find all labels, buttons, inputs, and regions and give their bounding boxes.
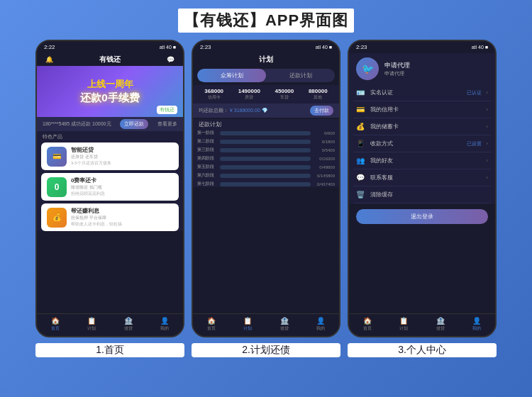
menu-service[interactable]: 💬 联系客服 › [353,169,491,186]
menu-label-service: 联系客服 [370,174,477,181]
credit-card-icon: 💳 [356,106,366,113]
amount-label-other: 其他 [309,94,328,101]
p3-nav-home[interactable]: 🏠 首页 [363,317,372,332]
phone3-bottom-nav: 🏠 首页 📋 计划 🏦 借贷 👤 我的 [349,313,495,336]
menu-badge-real-name: 已认证 [467,89,482,96]
plan-bar-bg-4 [220,157,311,161]
p2-loan-icon: 🏦 [280,317,289,325]
product-name-3: 帮还赚利息 [71,207,173,215]
plan-bar-bg-2 [220,140,311,144]
plan-val-2: 0/1800 [314,140,335,144]
menu-label-debit: 我的储蓄卡 [370,123,477,130]
cache-icon: 🗑️ [356,191,366,198]
total-label: 均还款总额： ¥ 3188000.00 💎 [199,107,268,114]
nav-plan[interactable]: 📋 计划 [87,317,96,332]
p3-nav-mine[interactable]: 👤 我的 [472,317,481,332]
menu-payment[interactable]: 📱 收款方式 已设置 › [353,135,491,152]
caption-1: 1.首页 [35,343,184,357]
plan-stage-3: 第三阶段 [197,147,217,153]
menu-real-name[interactable]: 🪪 实名认证 已认证 › [353,84,491,101]
phone2-amounts: 368000 信用卡 1490000 房贷 450000 车贷 880000 其… [193,85,339,104]
p2-home-icon: 🏠 [207,317,216,325]
phone1-bottom-nav: 🏠 首页 📋 计划 🏦 借贷 👤 我的 [37,313,183,336]
p3-home-icon: 🏠 [363,317,372,325]
plan-stage-2: 第二阶段 [197,138,217,145]
plan-bar-bg-3 [220,148,311,152]
product-item-3[interactable]: 💰 帮还赚利息 担保抵押 平台保障 帮助老人还卡利息，轻松搞 [41,203,179,231]
product-desc2-2: 拒绝花呗花花利息 [71,191,173,197]
nav-loan[interactable]: 🏦 借贷 [124,317,133,332]
plan-val-1: 0/600 [314,131,335,135]
plan-val-4: 0/16200 [314,157,335,161]
friends-icon: 👥 [356,157,366,164]
phone2-total: 均还款总额： ¥ 3188000.00 💎 去付款 [193,104,339,118]
service-icon: 💬 [356,174,366,181]
repay-now-button[interactable]: 立即还款 [120,119,148,129]
plan-val-5: 0/48600 [314,165,335,169]
plan-row-3: 第三阶段 0/5400 [197,147,335,153]
nav-home-label: 首页 [51,325,60,332]
menu-label-credit: 我的信用卡 [370,106,477,113]
nav-home[interactable]: 🏠 首页 [51,317,60,332]
captions-row: 1.首页 2.计划还债 3.个人中心 [0,337,532,357]
go-pay-button[interactable]: 去付款 [310,106,333,116]
tab-repay[interactable]: 还款计划 [266,69,335,82]
nav-mine[interactable]: 👤 我的 [160,317,169,332]
phone3-time: 2:23 [356,44,367,50]
id-icon: 🪪 [356,89,366,96]
phone1-header: 🔔 有钱还 💬 [37,53,183,66]
phone1-bell-icon: 🔔 [45,56,53,63]
banner-logo: 有钱还 [157,106,177,114]
p2-nav-loan[interactable]: 🏦 借贷 [280,317,289,332]
phone1-notify: 180****5485 成功还款 10000元 立即还款 查看更多 [37,117,183,131]
p2-nav-home[interactable]: 🏠 首页 [207,317,216,332]
p3-nav-loan[interactable]: 🏦 借贷 [436,317,445,332]
amount-val-credit: 368000 [204,88,223,94]
menu-debit-card[interactable]: 💰 我的储蓄卡 › [353,118,491,135]
amount-val-house: 1490000 [238,88,260,94]
logout-button[interactable]: 退出登录 [356,209,488,224]
p3-nav-plan[interactable]: 📋 计划 [399,317,408,332]
menu-cache[interactable]: 🗑️ 清除缓存 [353,186,491,203]
phone2-header-title: 计划 [259,55,273,65]
plan-icon: 📋 [87,317,96,325]
plan-bar-bg-1 [220,131,311,135]
phones-row: 2:22 atl 40 ■ 🔔 有钱还 💬 上线一周年 还款0手续费 有钱还 1… [0,40,532,337]
plan-rows: 第一阶段 0/600 第二阶段 0/1800 第三阶段 0/5400 第四阶段 [193,130,339,187]
amount-house: 1490000 房贷 [238,88,260,101]
p2-plan-icon: 📋 [243,317,252,325]
menu-friends[interactable]: 👥 我的好友 › [353,152,491,169]
phone2: 2:23 atl 40 ■ 计划 众筹计划 还款计划 368000 信用卡 14… [192,40,340,337]
plan-bar-bg-7 [220,182,311,186]
arrow-icon-3: › [486,123,488,130]
nav-plan-label: 计划 [87,325,96,332]
product-text-3: 帮还赚利息 担保抵押 平台保障 帮助老人还卡利息，轻松搞 [71,207,173,228]
p3-loan-icon: 🏦 [436,317,445,325]
products-list: 💳 智能还贷 还身贷 还车贷 3-5个月还清百万债务 0 0费率还卡 随借随还 … [37,142,183,231]
p2-nav-mine[interactable]: 👤 我的 [316,317,325,332]
page-title: 【有钱还】APP界面图 [178,9,354,33]
menu-label-cache: 清除缓存 [370,191,484,198]
menu-label-real-name: 实名认证 [370,89,462,96]
product-desc1-3: 担保抵押 平台保障 [71,215,173,221]
plan-val-6: 0/145800 [314,174,335,178]
banner-line1: 上线一周年 [80,79,139,91]
menu-credit-card[interactable]: 💳 我的信用卡 › [353,101,491,118]
amount-val-other: 880000 [309,88,328,94]
menu-label-friends: 我的好友 [370,157,477,164]
section-title: 特色产品 [37,131,183,142]
product-item-1[interactable]: 💳 智能还贷 还身贷 还车贷 3-5个月还清百万债务 [41,142,179,170]
home-icon: 🏠 [51,317,60,325]
product-item-2[interactable]: 0 0费率还卡 随借随还 低门槛 拒绝花呗花花利息 [41,173,179,201]
p2-nav-plan[interactable]: 📋 计划 [243,317,252,332]
view-more-link[interactable]: 查看更多 [157,121,177,128]
product-desc1-2: 随借随还 低门槛 [71,184,173,191]
phone3-menu: 🪪 实名认证 已认证 › 💳 我的信用卡 › 💰 我的储蓄卡 › [349,84,495,203]
title-area: 【有钱还】APP界面图 [0,0,532,40]
phone1-time: 2:22 [44,44,55,50]
arrow-icon-5: › [486,157,488,164]
tab-crowdfund[interactable]: 众筹计划 [197,69,266,82]
product-desc2-3: 帮助老人还卡利息，轻松搞 [71,221,173,228]
phone3-status-bar: 2:23 atl 40 ■ [349,41,495,53]
avatar-icon: 🐦 [362,63,374,74]
